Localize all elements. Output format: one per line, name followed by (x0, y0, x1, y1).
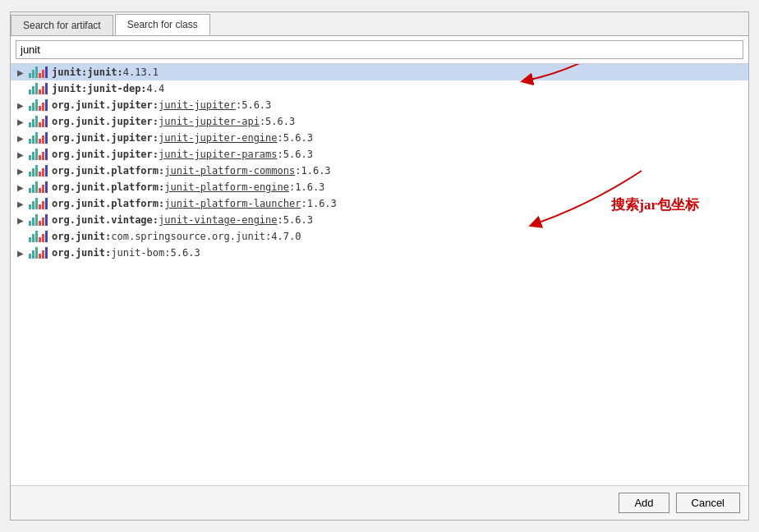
artifact-text: org.junit.jupiter:junit-jupiter-params:5… (52, 149, 313, 160)
bar-chart-icon (29, 214, 48, 226)
bar-chart-icon (29, 66, 48, 78)
add-button[interactable]: Add (619, 493, 669, 513)
search-bar (11, 36, 748, 64)
chevron-icon: ▶ (17, 134, 29, 143)
artifact-text: org.junit.vintage:junit-vintage-engine:5… (52, 214, 313, 226)
chevron-icon: ▶ (17, 101, 29, 110)
chevron-icon: ▶ (17, 68, 29, 77)
bar-chart-icon (29, 165, 48, 177)
table-row[interactable]: ▶ org.junit.jupiter:junit-jupiter:5.6.3 (11, 97, 748, 113)
search-input[interactable] (16, 40, 743, 59)
artifact-text: org.junit.platform:junit-platform-launch… (52, 198, 337, 209)
table-row[interactable]: ▶ org.junit.platform:junit-platform-comm… (11, 163, 748, 179)
table-row[interactable]: ▶ org.junit.vintage:junit-vintage-engine… (11, 212, 748, 228)
tab-search-class[interactable]: Search for class (115, 14, 210, 35)
artifact-text: org.junit:junit-bom:5.6.3 (52, 247, 200, 259)
dialog: Search for artifact Search for class ▶ j… (10, 11, 749, 521)
bar-chart-icon (29, 198, 48, 209)
table-row[interactable]: ▶ org.junit.jupiter:junit-jupiter-api:5.… (11, 113, 748, 130)
tab-bar: Search for artifact Search for class (11, 12, 748, 36)
table-row[interactable]: org.junit:com.springsource.org.junit:4.7… (11, 228, 748, 245)
artifact-text: org.junit.jupiter:junit-jupiter:5.6.3 (52, 99, 271, 111)
bar-chart-icon (29, 231, 48, 242)
chevron-icon: ▶ (17, 183, 29, 192)
results-area[interactable]: ▶ junit:junit:4.13.1 junit:junit-dep:4.4 (11, 64, 748, 485)
tab-search-artifact[interactable]: Search for artifact (11, 15, 113, 35)
artifact-text: junit:junit:4.13.1 (52, 66, 159, 78)
bar-chart-icon (29, 247, 48, 259)
table-row[interactable]: ▶ junit:junit:4.13.1 (11, 64, 748, 80)
table-row[interactable]: ▶ org.junit.jupiter:junit-jupiter-engine… (11, 130, 748, 146)
chevron-icon: ▶ (17, 216, 29, 225)
footer: Add Cancel (11, 485, 748, 520)
artifact-text: org.junit.jupiter:junit-jupiter-engine:5… (52, 132, 313, 144)
artifact-text: org.junit.platform:junit-platform-engine… (52, 181, 324, 193)
chevron-icon: ▶ (17, 117, 29, 126)
table-row[interactable]: ▶ org.junit.platform:junit-platform-laun… (11, 195, 748, 212)
bar-chart-icon (29, 181, 48, 193)
bar-chart-icon (29, 132, 48, 144)
artifact-text: org.junit.jupiter:junit-jupiter-api:5.6.… (52, 116, 295, 127)
chevron-icon: ▶ (17, 249, 29, 258)
artifact-text: junit:junit-dep:4.4 (52, 83, 164, 94)
bar-chart-icon (29, 83, 48, 94)
bar-chart-icon (29, 99, 48, 111)
artifact-text: org.junit.platform:junit-platform-common… (52, 165, 331, 177)
chevron-icon: ▶ (17, 150, 29, 159)
chevron-icon: ▶ (17, 200, 29, 209)
table-row[interactable]: junit:junit-dep:4.4 (11, 80, 748, 97)
bar-chart-icon (29, 116, 48, 127)
bar-chart-icon (29, 149, 48, 160)
table-row[interactable]: ▶ org.junit:junit-bom:5.6.3 (11, 245, 748, 261)
chevron-icon: ▶ (17, 167, 29, 176)
table-row[interactable]: ▶ org.junit.jupiter:junit-jupiter-params… (11, 146, 748, 163)
cancel-button[interactable]: Cancel (676, 493, 740, 513)
artifact-text: org.junit:com.springsource.org.junit:4.7… (52, 231, 301, 242)
table-row[interactable]: ▶ org.junit.platform:junit-platform-engi… (11, 179, 748, 195)
